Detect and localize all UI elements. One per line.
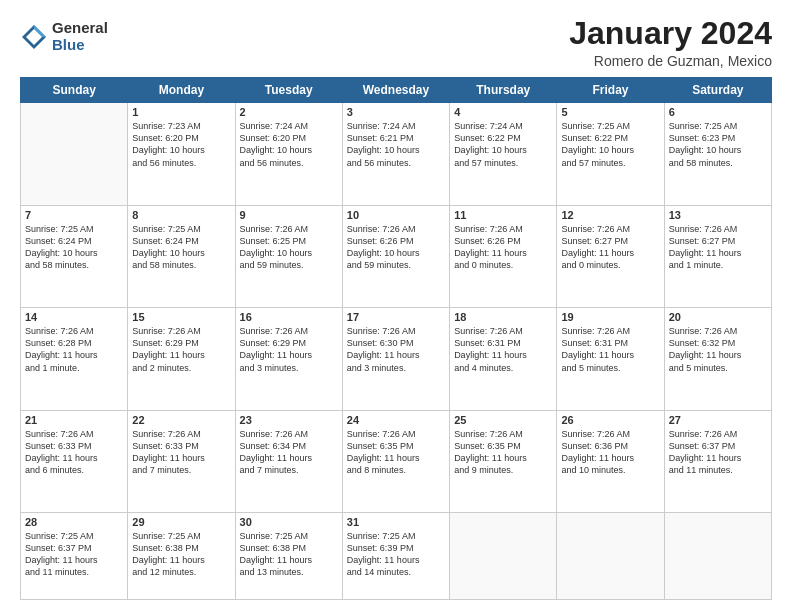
day-info: Sunrise: 7:25 AM Sunset: 6:24 PM Dayligh… xyxy=(25,223,123,272)
calendar-header-row: Sunday Monday Tuesday Wednesday Thursday… xyxy=(21,78,772,103)
table-row xyxy=(664,513,771,600)
day-number: 31 xyxy=(347,516,445,528)
day-number: 4 xyxy=(454,106,552,118)
day-info: Sunrise: 7:25 AM Sunset: 6:22 PM Dayligh… xyxy=(561,120,659,169)
day-number: 9 xyxy=(240,209,338,221)
day-number: 10 xyxy=(347,209,445,221)
day-info: Sunrise: 7:26 AM Sunset: 6:25 PM Dayligh… xyxy=(240,223,338,272)
table-row: 23Sunrise: 7:26 AM Sunset: 6:34 PM Dayli… xyxy=(235,410,342,512)
col-saturday: Saturday xyxy=(664,78,771,103)
day-number: 7 xyxy=(25,209,123,221)
location-subtitle: Romero de Guzman, Mexico xyxy=(569,53,772,69)
day-number: 3 xyxy=(347,106,445,118)
day-number: 18 xyxy=(454,311,552,323)
table-row: 25Sunrise: 7:26 AM Sunset: 6:35 PM Dayli… xyxy=(450,410,557,512)
title-block: January 2024 Romero de Guzman, Mexico xyxy=(569,16,772,69)
day-number: 23 xyxy=(240,414,338,426)
day-info: Sunrise: 7:26 AM Sunset: 6:27 PM Dayligh… xyxy=(561,223,659,272)
calendar-table: Sunday Monday Tuesday Wednesday Thursday… xyxy=(20,77,772,600)
table-row: 10Sunrise: 7:26 AM Sunset: 6:26 PM Dayli… xyxy=(342,205,449,307)
day-info: Sunrise: 7:25 AM Sunset: 6:38 PM Dayligh… xyxy=(240,530,338,579)
day-info: Sunrise: 7:26 AM Sunset: 6:31 PM Dayligh… xyxy=(561,325,659,374)
table-row: 7Sunrise: 7:25 AM Sunset: 6:24 PM Daylig… xyxy=(21,205,128,307)
table-row: 9Sunrise: 7:26 AM Sunset: 6:25 PM Daylig… xyxy=(235,205,342,307)
table-row: 22Sunrise: 7:26 AM Sunset: 6:33 PM Dayli… xyxy=(128,410,235,512)
col-tuesday: Tuesday xyxy=(235,78,342,103)
day-number: 24 xyxy=(347,414,445,426)
day-info: Sunrise: 7:26 AM Sunset: 6:36 PM Dayligh… xyxy=(561,428,659,477)
day-info: Sunrise: 7:26 AM Sunset: 6:33 PM Dayligh… xyxy=(132,428,230,477)
day-number: 12 xyxy=(561,209,659,221)
table-row: 8Sunrise: 7:25 AM Sunset: 6:24 PM Daylig… xyxy=(128,205,235,307)
table-row: 1Sunrise: 7:23 AM Sunset: 6:20 PM Daylig… xyxy=(128,103,235,205)
day-number: 25 xyxy=(454,414,552,426)
table-row: 15Sunrise: 7:26 AM Sunset: 6:29 PM Dayli… xyxy=(128,308,235,410)
day-number: 26 xyxy=(561,414,659,426)
table-row: 29Sunrise: 7:25 AM Sunset: 6:38 PM Dayli… xyxy=(128,513,235,600)
col-thursday: Thursday xyxy=(450,78,557,103)
day-number: 29 xyxy=(132,516,230,528)
day-number: 19 xyxy=(561,311,659,323)
day-info: Sunrise: 7:25 AM Sunset: 6:38 PM Dayligh… xyxy=(132,530,230,579)
day-info: Sunrise: 7:24 AM Sunset: 6:22 PM Dayligh… xyxy=(454,120,552,169)
day-number: 2 xyxy=(240,106,338,118)
table-row: 5Sunrise: 7:25 AM Sunset: 6:22 PM Daylig… xyxy=(557,103,664,205)
day-number: 8 xyxy=(132,209,230,221)
day-info: Sunrise: 7:26 AM Sunset: 6:26 PM Dayligh… xyxy=(347,223,445,272)
day-info: Sunrise: 7:26 AM Sunset: 6:33 PM Dayligh… xyxy=(25,428,123,477)
day-number: 27 xyxy=(669,414,767,426)
day-info: Sunrise: 7:26 AM Sunset: 6:35 PM Dayligh… xyxy=(347,428,445,477)
day-number: 14 xyxy=(25,311,123,323)
day-info: Sunrise: 7:26 AM Sunset: 6:37 PM Dayligh… xyxy=(669,428,767,477)
day-number: 13 xyxy=(669,209,767,221)
table-row: 26Sunrise: 7:26 AM Sunset: 6:36 PM Dayli… xyxy=(557,410,664,512)
logo-blue-text: Blue xyxy=(52,37,108,54)
logo-icon xyxy=(20,23,48,51)
table-row: 18Sunrise: 7:26 AM Sunset: 6:31 PM Dayli… xyxy=(450,308,557,410)
table-row xyxy=(450,513,557,600)
logo-text: General Blue xyxy=(52,20,108,53)
day-info: Sunrise: 7:26 AM Sunset: 6:31 PM Dayligh… xyxy=(454,325,552,374)
day-info: Sunrise: 7:23 AM Sunset: 6:20 PM Dayligh… xyxy=(132,120,230,169)
day-number: 30 xyxy=(240,516,338,528)
table-row: 20Sunrise: 7:26 AM Sunset: 6:32 PM Dayli… xyxy=(664,308,771,410)
day-info: Sunrise: 7:25 AM Sunset: 6:24 PM Dayligh… xyxy=(132,223,230,272)
day-info: Sunrise: 7:25 AM Sunset: 6:23 PM Dayligh… xyxy=(669,120,767,169)
day-info: Sunrise: 7:26 AM Sunset: 6:35 PM Dayligh… xyxy=(454,428,552,477)
table-row: 30Sunrise: 7:25 AM Sunset: 6:38 PM Dayli… xyxy=(235,513,342,600)
day-info: Sunrise: 7:26 AM Sunset: 6:28 PM Dayligh… xyxy=(25,325,123,374)
table-row: 2Sunrise: 7:24 AM Sunset: 6:20 PM Daylig… xyxy=(235,103,342,205)
day-info: Sunrise: 7:26 AM Sunset: 6:26 PM Dayligh… xyxy=(454,223,552,272)
table-row: 17Sunrise: 7:26 AM Sunset: 6:30 PM Dayli… xyxy=(342,308,449,410)
day-number: 16 xyxy=(240,311,338,323)
page: General Blue January 2024 Romero de Guzm… xyxy=(0,0,792,612)
header: General Blue January 2024 Romero de Guzm… xyxy=(20,16,772,69)
day-info: Sunrise: 7:25 AM Sunset: 6:39 PM Dayligh… xyxy=(347,530,445,579)
day-number: 17 xyxy=(347,311,445,323)
col-monday: Monday xyxy=(128,78,235,103)
day-number: 15 xyxy=(132,311,230,323)
day-info: Sunrise: 7:26 AM Sunset: 6:34 PM Dayligh… xyxy=(240,428,338,477)
table-row: 6Sunrise: 7:25 AM Sunset: 6:23 PM Daylig… xyxy=(664,103,771,205)
day-info: Sunrise: 7:26 AM Sunset: 6:30 PM Dayligh… xyxy=(347,325,445,374)
day-number: 28 xyxy=(25,516,123,528)
table-row xyxy=(557,513,664,600)
day-info: Sunrise: 7:26 AM Sunset: 6:32 PM Dayligh… xyxy=(669,325,767,374)
day-number: 1 xyxy=(132,106,230,118)
day-number: 21 xyxy=(25,414,123,426)
col-friday: Friday xyxy=(557,78,664,103)
day-info: Sunrise: 7:24 AM Sunset: 6:20 PM Dayligh… xyxy=(240,120,338,169)
table-row: 21Sunrise: 7:26 AM Sunset: 6:33 PM Dayli… xyxy=(21,410,128,512)
day-number: 5 xyxy=(561,106,659,118)
col-wednesday: Wednesday xyxy=(342,78,449,103)
logo-general-text: General xyxy=(52,20,108,37)
table-row: 11Sunrise: 7:26 AM Sunset: 6:26 PM Dayli… xyxy=(450,205,557,307)
table-row: 4Sunrise: 7:24 AM Sunset: 6:22 PM Daylig… xyxy=(450,103,557,205)
day-info: Sunrise: 7:26 AM Sunset: 6:29 PM Dayligh… xyxy=(240,325,338,374)
table-row: 19Sunrise: 7:26 AM Sunset: 6:31 PM Dayli… xyxy=(557,308,664,410)
day-info: Sunrise: 7:26 AM Sunset: 6:29 PM Dayligh… xyxy=(132,325,230,374)
table-row: 12Sunrise: 7:26 AM Sunset: 6:27 PM Dayli… xyxy=(557,205,664,307)
table-row: 13Sunrise: 7:26 AM Sunset: 6:27 PM Dayli… xyxy=(664,205,771,307)
table-row xyxy=(21,103,128,205)
day-number: 22 xyxy=(132,414,230,426)
